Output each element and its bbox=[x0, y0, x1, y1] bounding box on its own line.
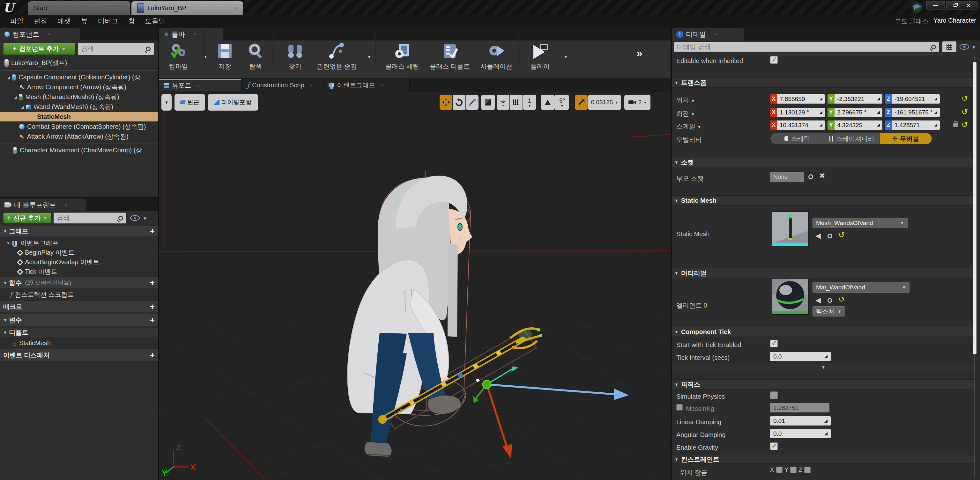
angular-damping-input[interactable]: 0.0 bbox=[770, 429, 831, 438]
grid-snap-value-button[interactable]: 1 ▼ bbox=[523, 95, 536, 110]
rotation-snap-button[interactable] bbox=[541, 95, 555, 110]
rotation-z-input[interactable]: -161.951675 ° bbox=[892, 108, 940, 117]
menu-help[interactable]: 도움말 bbox=[145, 17, 165, 25]
scale-revert-icon[interactable]: ↺ bbox=[961, 121, 968, 128]
close-icon[interactable]: × bbox=[64, 202, 67, 208]
mobility-movable-option[interactable]: ✛ 무버블 bbox=[880, 133, 932, 144]
expand-icon[interactable]: ▼ bbox=[6, 241, 10, 246]
details-visibility-eye-icon[interactable] bbox=[959, 44, 969, 50]
viewport-options-button[interactable]: ▼ bbox=[161, 94, 172, 111]
class-defaults-button[interactable]: 클래스 디폴트 bbox=[426, 42, 474, 71]
lock-z-checkbox[interactable] bbox=[804, 467, 811, 473]
lock-x-checkbox[interactable] bbox=[776, 467, 783, 473]
simulate-physics-checkbox[interactable] bbox=[770, 391, 778, 399]
browse-button[interactable]: 탐색 bbox=[236, 42, 275, 71]
tutorial-graduation-cap-icon[interactable] bbox=[910, 1, 924, 14]
minimize-button[interactable] bbox=[926, 1, 945, 10]
rotation-snap-value-button[interactable]: 5° ▼ bbox=[555, 95, 569, 110]
menu-window[interactable]: 창 bbox=[128, 17, 135, 25]
add-variable-button[interactable]: + bbox=[150, 315, 155, 325]
rotate-tool-button[interactable] bbox=[453, 95, 465, 110]
graphs-section-header[interactable]: ▼ 그래프 + bbox=[0, 226, 158, 236]
tree-row-staticmesh-selected[interactable]: ⌂ StaticMesh bbox=[0, 112, 158, 122]
rotation-revert-icon[interactable]: ↺ bbox=[961, 108, 968, 116]
rotation-x-input[interactable]: 1.130129 ° bbox=[777, 108, 825, 117]
menu-file[interactable]: 파일 bbox=[10, 17, 24, 25]
location-label[interactable]: 위치 ▼ bbox=[676, 96, 695, 105]
add-macro-button[interactable]: + bbox=[150, 302, 155, 312]
move-tool-button[interactable] bbox=[440, 95, 452, 110]
details-search-input[interactable]: 디테일 검색 bbox=[674, 42, 939, 52]
close-tab-icon[interactable]: × bbox=[234, 5, 237, 11]
caret-icon[interactable]: ◢ bbox=[21, 105, 24, 109]
material-combo[interactable]: Mat_WandOfVand ▼ bbox=[813, 282, 910, 293]
staticmesh-category-header[interactable]: ▼ Static Mesh bbox=[672, 195, 975, 206]
socket-search-icon[interactable] bbox=[808, 174, 813, 179]
camera-speed-button[interactable]: 2 ▼ bbox=[624, 95, 651, 110]
menu-view[interactable]: 뷰 bbox=[81, 17, 88, 25]
menu-debug[interactable]: 디버그 bbox=[98, 17, 118, 25]
close-icon[interactable]: × bbox=[48, 32, 50, 37]
eventgraph-row[interactable]: ▼ 이벤트그래프 bbox=[0, 238, 158, 248]
tree-row-mesh[interactable]: ◢ Mesh (CharacterMesh0) (상속됨) bbox=[0, 92, 158, 102]
tick-interval-input[interactable]: 0.0 bbox=[770, 352, 831, 361]
location-x-input[interactable]: 7.855659 bbox=[777, 94, 825, 104]
location-z-input[interactable]: -19.604521 bbox=[892, 94, 940, 104]
gizmo-origin[interactable] bbox=[483, 380, 491, 388]
construction-script-row[interactable]: ƒ 컨스트럭션 스크립트 bbox=[0, 290, 158, 299]
my-blueprint-search-input[interactable]: 검색 bbox=[54, 212, 126, 223]
toolbar-tab[interactable]: ✕ 툴바 × bbox=[159, 28, 223, 41]
menu-edit[interactable]: 편집 bbox=[34, 17, 47, 25]
scale-y-input[interactable]: 4.324325 bbox=[835, 120, 882, 130]
event-row-actorbeginoverlap[interactable]: ActorBeginOverlap 이벤트 bbox=[0, 258, 158, 267]
physics-category-header[interactable]: ▼ 피직스 bbox=[672, 379, 975, 390]
visibility-eye-icon[interactable] bbox=[130, 215, 140, 221]
staticmesh-revert-icon[interactable]: ↺ bbox=[838, 231, 845, 239]
dispatchers-section-header[interactable]: 이벤트 디스패처 + bbox=[0, 349, 158, 361]
tree-row-charmove[interactable]: Character Movement (CharMoveComp) (상 bbox=[0, 146, 158, 155]
component-root-row[interactable]: LukoYaro_BP(셀프) bbox=[0, 58, 158, 68]
tick-category-header[interactable]: ▼ Component Tick bbox=[672, 327, 975, 337]
add-dispatcher-button[interactable]: + bbox=[150, 350, 155, 360]
chevron-down-icon[interactable]: ▼ bbox=[972, 45, 976, 50]
use-selected-arrow-icon[interactable]: ◀ bbox=[815, 296, 821, 304]
menu-asset[interactable]: 애셋 bbox=[57, 17, 71, 25]
staticmesh-combo[interactable]: Mesh_WandsOfVand ▼ bbox=[813, 218, 908, 228]
tab-viewport[interactable]: 뷰포트 × bbox=[159, 79, 242, 92]
add-graph-button[interactable]: + bbox=[150, 226, 155, 236]
splitter-right[interactable] bbox=[671, 27, 672, 480]
macros-section-header[interactable]: 매크로 + bbox=[0, 301, 158, 312]
scale-x-input[interactable]: 10.431374 bbox=[777, 120, 825, 130]
rotation-label[interactable]: 회전 ▼ bbox=[676, 109, 695, 118]
use-selected-arrow-icon[interactable]: ◀ bbox=[815, 232, 821, 240]
my-blueprint-tab[interactable]: 내 블루프린트 × bbox=[0, 198, 86, 211]
components-search-input[interactable]: 검색 bbox=[78, 43, 154, 55]
editable-when-inherited-checkbox[interactable] bbox=[770, 56, 778, 64]
caret-icon[interactable]: ◢ bbox=[7, 75, 10, 80]
scale-lock-icon[interactable] bbox=[953, 124, 958, 127]
parent-socket-value[interactable]: None bbox=[770, 172, 804, 182]
close-icon[interactable]: × bbox=[197, 83, 200, 88]
simulate-button[interactable]: 시뮬레이션 bbox=[476, 42, 517, 71]
tree-row-attackarrow[interactable]: ↖ Attack Arrow (AttackArrow) (상속됨) bbox=[0, 132, 158, 141]
close-icon[interactable]: × bbox=[193, 32, 196, 37]
hide-unrelated-button[interactable]: 관련없음 숨김 bbox=[310, 42, 364, 71]
category-expander[interactable]: ▼ bbox=[672, 364, 975, 371]
parent-class-link[interactable]: Yaro Character bbox=[934, 17, 976, 25]
material-thumbnail[interactable] bbox=[772, 279, 809, 315]
close-icon[interactable]: × bbox=[310, 82, 313, 88]
lit-mode-button[interactable]: 라이팅포함 bbox=[208, 94, 258, 111]
find-button[interactable]: 찾기 bbox=[276, 42, 314, 71]
variables-section-header[interactable]: ▼ 변수 + bbox=[0, 314, 158, 326]
browse-to-asset-icon[interactable] bbox=[827, 234, 832, 238]
functions-section-header[interactable]: ▼ 함수 (29 오버라이더블) + bbox=[0, 277, 158, 288]
window-tab-start[interactable]: Start bbox=[28, 1, 130, 15]
details-display-grid-button[interactable] bbox=[942, 41, 956, 52]
constraints-subheader[interactable]: ▼ 컨스트레인트 bbox=[672, 455, 975, 464]
transform-category-header[interactable]: ▼ 트랜스폼 bbox=[672, 78, 975, 88]
components-tab[interactable]: 컴포넌트 × bbox=[0, 28, 80, 41]
scale-snap-button[interactable] bbox=[575, 95, 588, 110]
start-tick-checkbox[interactable] bbox=[770, 340, 778, 347]
mass-override-checkbox[interactable] bbox=[676, 404, 682, 410]
defaults-staticmesh-row[interactable]: ⌂ StaticMesh bbox=[0, 339, 158, 348]
